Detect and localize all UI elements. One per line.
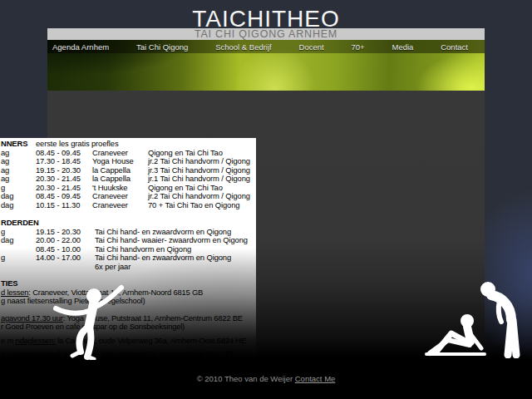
time-cell — [36, 263, 95, 272]
schedule-row: g14.00 - 17.00Tai Chi hand- en zwaardvor… — [1, 254, 256, 263]
day-cell: dag — [1, 236, 36, 245]
taichi-pose-silhouette-icon — [44, 283, 147, 360]
lesson-cell: 6x per jaar — [95, 263, 256, 272]
beginners-heading-row: NNERS eerste les gratis proefles — [1, 140, 256, 149]
time-cell: 20.00 - 22.00 — [36, 236, 95, 245]
lesson-cell: jr.2 Tai Chi handvorm / Qigong — [148, 192, 256, 201]
nav-item-70-[interactable]: 70+ — [352, 42, 365, 52]
schedule-row: 6x per jaar — [1, 263, 256, 272]
lesson-cell: 70 + Tai Chi Tao en Qigong — [148, 201, 256, 210]
location-line-underlined: voensdag — [7, 349, 39, 357]
schedule-row: dag08.45 - 09.45Craneveerjr.2 Tai Chi ha… — [1, 192, 256, 201]
schedule-row: dag10.15 - 11.30Craneveer70 + Tai Chi Ta… — [1, 201, 256, 210]
time-cell: 10.15 - 11.30 — [36, 201, 92, 210]
advanced-rows: g19.15 - 20.30Tai Chi hand- en zwaardvor… — [1, 228, 256, 272]
day-cell: ag — [1, 157, 36, 166]
footer: © 2010 Theo van de Weijer Contact Me — [0, 374, 532, 383]
location-cell: Craneveer — [92, 201, 148, 210]
lesson-cell: Tai Chi hand- en zwaardvorm en Qigong — [95, 254, 256, 263]
schedule-row: ag20.30 - 21.45la Cappellajr.1 Tai Chi h… — [1, 175, 256, 184]
day-cell: ag — [1, 175, 36, 184]
site-title: TAICHITHEO — [0, 6, 532, 32]
beginners-heading: NNERS — [1, 140, 36, 149]
lesson-cell: Tai Chi hand- waaier- zwaardvorm en Qigo… — [95, 236, 256, 245]
time-cell: 20.30 - 21.45 — [36, 175, 92, 184]
location-line-text: e m — [1, 336, 15, 345]
location-cell: la Cappella — [92, 175, 148, 184]
location-cell: Craneveer — [92, 192, 148, 201]
schedule-row: ag17.30 - 18.45Yoga Housejr.2 Tai Chi ha… — [1, 157, 256, 166]
lesson-cell: jr.1 Tai Chi handvorm / Qigong — [148, 175, 256, 184]
beginners-rows: ag08.45 - 09.45CraneveerQigong en Tai Ch… — [1, 149, 256, 210]
nav-item-media[interactable]: Media — [392, 42, 414, 52]
nav-item-agenda-arnhem[interactable]: Agenda Arnhem — [52, 42, 109, 52]
page: TAICHITHEO TAI CHI QIGONG ARNHEM Agenda … — [0, 0, 532, 399]
time-cell: 17.30 - 18.45 — [36, 157, 92, 166]
lesson-cell: jr.2 Tai Chi handvorm / Qigong — [148, 157, 256, 166]
contact-me-link[interactable]: Contact Me — [295, 374, 336, 383]
schedule-row: dag20.00 - 22.00Tai Chi hand- waaier- zw… — [1, 236, 256, 245]
nav-item-school-bedrijf[interactable]: School & Bedrijf — [215, 42, 272, 52]
nav-bar: Agenda ArnhemTai Chi QigongSchool & Bedr… — [47, 40, 485, 53]
copyright-text: © 2010 Theo van de Weijer — [197, 374, 293, 383]
nav-item-docent[interactable]: Docent — [299, 42, 324, 52]
location-line-underlined: d lessen — [1, 288, 28, 297]
day-cell: dag — [1, 192, 36, 201]
bending-silhouette-icon — [478, 275, 532, 358]
day-cell — [1, 263, 36, 272]
time-cell: 08.45 - 09.45 — [36, 192, 92, 201]
day-cell — [1, 245, 36, 254]
nav-item-contact[interactable]: Contact — [441, 42, 468, 52]
location-cell: Yoga House — [92, 157, 148, 166]
beginners-note: eerste les gratis proefles — [36, 140, 256, 149]
day-cell: dag — [1, 201, 36, 210]
nav-item-tai-chi-qigong[interactable]: Tai Chi Qigong — [136, 42, 188, 52]
time-cell: 14.00 - 17.00 — [36, 254, 95, 263]
advanced-heading: RDERDEN — [1, 219, 256, 228]
day-cell: g — [1, 254, 36, 263]
hero-image: Agenda ArnhemTai Chi QigongSchool & Bedr… — [47, 40, 485, 91]
